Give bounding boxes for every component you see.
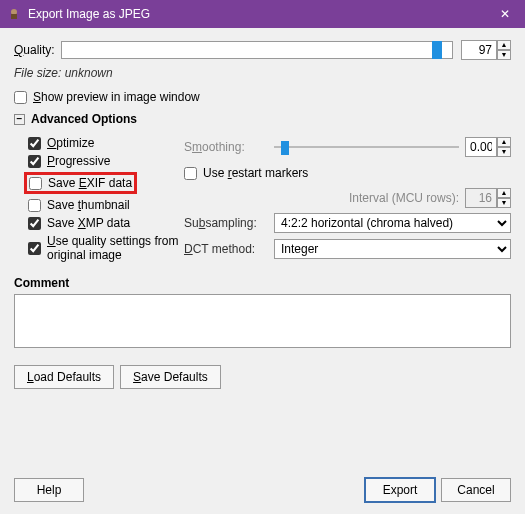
dialog-content: Quality: ▲▼ File size: unknown Show prev… [0, 28, 525, 514]
quality-slider[interactable] [61, 41, 453, 59]
optimize-input[interactable] [28, 137, 41, 150]
save-xmp-checkbox[interactable]: Save XMP data [28, 216, 184, 230]
save-exif-input[interactable] [29, 177, 42, 190]
advanced-right-column: Smoothing: ▲▼ Use restart markers Interv… [184, 132, 511, 266]
close-button[interactable]: ✕ [485, 0, 525, 28]
use-quality-checkbox[interactable]: Use quality settings from original image [28, 234, 184, 262]
smoothing-thumb[interactable] [281, 141, 289, 155]
help-button[interactable]: Help [14, 478, 84, 502]
export-button[interactable]: Export [365, 478, 435, 502]
svg-rect-1 [11, 14, 17, 19]
save-exif-highlight: Save EXIF data [24, 172, 137, 194]
progressive-checkbox[interactable]: Progressive [28, 154, 184, 168]
use-quality-input[interactable] [28, 242, 41, 255]
subsampling-label: Subsampling: [184, 216, 274, 230]
spinner-down-icon[interactable]: ▼ [497, 50, 511, 60]
restart-markers-row: Use restart markers [184, 162, 511, 184]
file-size-text: File size: unknown [14, 66, 511, 80]
quality-spinner[interactable]: ▲▼ [461, 40, 511, 60]
interval-spinner: ▲▼ [465, 188, 511, 208]
save-defaults-button[interactable]: Save Defaults [120, 365, 221, 389]
interval-input [465, 188, 497, 208]
titlebar: Export Image as JPEG ✕ [0, 0, 525, 28]
comment-textarea[interactable] [14, 294, 511, 348]
close-icon: ✕ [500, 7, 510, 21]
advanced-left-column: Optimize Progressive Save EXIF data Save… [14, 132, 184, 266]
restart-markers-checkbox[interactable]: Use restart markers [184, 166, 308, 180]
smoothing-slider[interactable] [274, 143, 459, 151]
collapse-icon[interactable]: − [14, 114, 25, 125]
spinner-down-icon: ▼ [497, 198, 511, 208]
advanced-options-label: Advanced Options [31, 112, 137, 126]
smoothing-row: Smoothing: ▲▼ [184, 136, 511, 158]
defaults-button-row: Load Defaults Save Defaults [14, 365, 511, 389]
subsampling-row: Subsampling: 4:2:2 horizontal (chroma ha… [184, 212, 511, 234]
save-exif-checkbox[interactable]: Save EXIF data [29, 176, 132, 190]
save-xmp-input[interactable] [28, 217, 41, 230]
optimize-checkbox[interactable]: Optimize [28, 136, 184, 150]
save-thumbnail-input[interactable] [28, 199, 41, 212]
bottom-button-row: Help Export Cancel [14, 478, 511, 502]
smoothing-spinner[interactable]: ▲▼ [465, 137, 511, 157]
smoothing-label: Smoothing: [184, 140, 274, 154]
quality-slider-thumb[interactable] [432, 41, 442, 59]
comment-label: Comment [14, 276, 511, 290]
show-preview-input[interactable] [14, 91, 27, 104]
quality-spinner-arrows[interactable]: ▲▼ [497, 40, 511, 60]
app-icon [6, 6, 22, 22]
restart-markers-input[interactable] [184, 167, 197, 180]
quality-label: Quality: [14, 43, 55, 57]
advanced-options-header[interactable]: − Advanced Options [14, 112, 511, 126]
smoothing-input[interactable] [465, 137, 497, 157]
show-preview-checkbox[interactable]: Show preview in image window [14, 90, 511, 104]
spinner-down-icon[interactable]: ▼ [497, 147, 511, 157]
quality-row: Quality: ▲▼ [14, 40, 511, 60]
load-defaults-button[interactable]: Load Defaults [14, 365, 114, 389]
spinner-up-icon[interactable]: ▲ [497, 137, 511, 147]
dct-row: DCT method: Integer [184, 238, 511, 260]
interval-label: Interval (MCU rows): [349, 191, 459, 205]
quality-input[interactable] [461, 40, 497, 60]
dct-label: DCT method: [184, 242, 274, 256]
subsampling-select[interactable]: 4:2:2 horizontal (chroma halved) [274, 213, 511, 233]
show-preview-label: Show preview in image window [33, 90, 200, 104]
progressive-input[interactable] [28, 155, 41, 168]
spinner-up-icon[interactable]: ▲ [497, 40, 511, 50]
cancel-button[interactable]: Cancel [441, 478, 511, 502]
window-title: Export Image as JPEG [28, 7, 485, 21]
save-thumbnail-checkbox[interactable]: Save thumbnail [28, 198, 184, 212]
interval-row: Interval (MCU rows): ▲▼ [184, 188, 511, 208]
advanced-options-body: Optimize Progressive Save EXIF data Save… [14, 132, 511, 266]
spinner-up-icon: ▲ [497, 188, 511, 198]
dct-select[interactable]: Integer [274, 239, 511, 259]
